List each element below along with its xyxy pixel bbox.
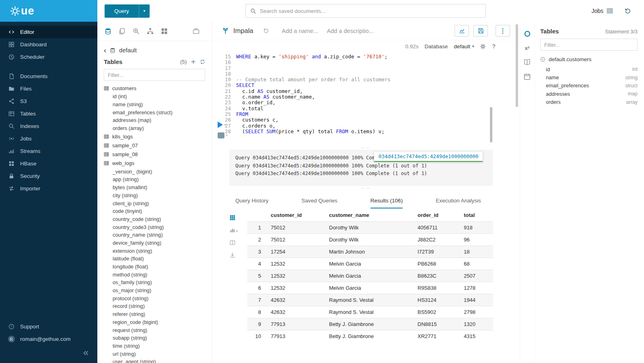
tree-column[interactable]: name (string): [104, 101, 212, 109]
tree-column[interactable]: method (string): [104, 270, 212, 278]
assist-filter-input[interactable]: [104, 69, 205, 81]
sitemap-icon[interactable]: [147, 28, 154, 35]
download-icon[interactable]: [230, 252, 242, 258]
tree-column[interactable]: client_ip (string): [104, 199, 212, 207]
tree-column[interactable]: country_name (string): [104, 231, 212, 239]
save-button[interactable]: [473, 25, 488, 37]
tree-column[interactable]: addresses (map): [104, 116, 212, 124]
back-icon[interactable]: ‹: [104, 46, 106, 54]
tree-column[interactable]: os_major (string): [104, 287, 212, 295]
table-row[interactable]: 612532Melvin GarciaR9S8381278: [247, 282, 493, 294]
hue-logo[interactable]: ue: [10, 6, 35, 16]
resize-handle[interactable]: [212, 146, 520, 150]
tree-column[interactable]: city (string): [104, 192, 212, 200]
collapse-sidebar-button[interactable]: «: [0, 345, 97, 357]
search-plus-icon[interactable]: [133, 28, 140, 35]
refresh-icon[interactable]: [200, 59, 205, 64]
nav-item-tables[interactable]: Tables: [0, 107, 97, 120]
tree-column[interactable]: longitude (float): [104, 263, 212, 271]
tree-column[interactable]: os_family (string): [104, 278, 212, 287]
tree-column[interactable]: protocol (string): [104, 294, 212, 302]
editor-scrollbar[interactable]: [490, 107, 492, 142]
chart-button[interactable]: [455, 25, 469, 37]
table-row[interactable]: 512532Melvin GarciaB8623C2507: [247, 270, 493, 282]
database-name[interactable]: default: [119, 47, 137, 54]
table-row[interactable]: 317254Martin JohnsonI72T3918: [247, 246, 493, 258]
snippet-dropdown-icon[interactable]: ▾: [226, 132, 228, 138]
tree-column[interactable]: _version_ (bigint): [104, 167, 212, 175]
tree-column[interactable]: country_code3 (string): [104, 223, 212, 231]
nav-item-documents[interactable]: Documents: [0, 70, 97, 82]
schedule-icon[interactable]: [524, 73, 531, 80]
table-row[interactable]: 175012Dorothy Wilk4056711918: [247, 222, 493, 234]
right-column-id[interactable]: idint: [546, 65, 638, 73]
table-row[interactable]: 412532Melvin GarciaPB626868: [247, 258, 493, 270]
jobs-link[interactable]: Jobs: [591, 8, 613, 14]
query-button[interactable]: Query: [105, 4, 139, 18]
nav-item-indexes[interactable]: Indexes: [0, 120, 97, 132]
tree-column[interactable]: app (string): [104, 175, 212, 184]
tree-table-customers[interactable]: customers: [104, 84, 212, 93]
right-filter-input[interactable]: [540, 39, 638, 51]
tab-execution-analysis[interactable]: Execution Analysis: [436, 198, 481, 208]
nav-item-dashboard[interactable]: Dashboard: [0, 38, 97, 51]
tree-column[interactable]: device_family (string): [104, 239, 212, 247]
tree-column[interactable]: url (string): [104, 350, 212, 358]
query-dropdown-button[interactable]: ▾: [139, 4, 150, 18]
table-row[interactable]: 977913Betty J. GiambroneDN88151320: [247, 318, 493, 330]
tree-column[interactable]: subapp (string): [104, 334, 212, 342]
code-editor[interactable]: 15WHERE a.key = 'shipping' and a.zip_cod…: [212, 52, 520, 146]
query-name-input[interactable]: [282, 28, 321, 34]
tree-column[interactable]: code (tinyint): [104, 207, 212, 215]
nav-item-streams[interactable]: Streams: [0, 145, 97, 157]
tree-table-k8s-logs[interactable]: k8s_logs: [104, 132, 212, 141]
settings-gear-icon[interactable]: [480, 43, 486, 50]
chart-view-icon[interactable]: [230, 227, 235, 233]
more-actions-button[interactable]: ⋮: [496, 25, 510, 37]
column-header-total[interactable]: total: [461, 208, 493, 222]
nav-item-hbase[interactable]: HBase: [0, 157, 97, 170]
tree-column[interactable]: email_preferences (struct): [104, 108, 212, 116]
active-table[interactable]: default.customers: [540, 56, 638, 62]
tree-column[interactable]: extension (string): [104, 247, 212, 255]
table-row[interactable]: 742632Raymond S. VestalHS31241944: [247, 294, 493, 306]
resize-handle-bottom[interactable]: [212, 186, 520, 190]
tree-table-sample-07[interactable]: sample_07: [104, 141, 212, 150]
tree-column[interactable]: latitude (float): [104, 255, 212, 263]
execute-dropdown-icon[interactable]: ▾: [224, 122, 226, 128]
table-row[interactable]: 1077913Betty J. GiambroneXR27714315: [247, 330, 493, 342]
sql-source-icon[interactable]: [105, 28, 111, 35]
functions-icon[interactable]: x²: [525, 45, 530, 51]
tree-column[interactable]: time (string): [104, 342, 212, 350]
query-description-input[interactable]: [327, 28, 382, 34]
documents-source-icon[interactable]: [119, 28, 126, 35]
collections-icon[interactable]: [193, 28, 200, 35]
search-input[interactable]: [260, 8, 481, 14]
nav-item-scheduler[interactable]: Scheduler: [0, 51, 97, 63]
history-icon[interactable]: [624, 8, 631, 14]
execute-button[interactable]: [218, 122, 223, 128]
tree-column[interactable]: request (string): [104, 326, 212, 334]
column-header-order-id[interactable]: order_id: [415, 208, 461, 222]
tree-table-sample-08[interactable]: sample_08: [104, 150, 212, 159]
right-column-email-preferences[interactable]: email_preferencesstruct: [546, 82, 638, 90]
column-header-customer-id[interactable]: customer_id: [268, 208, 327, 222]
apps-grid-icon[interactable]: [161, 28, 168, 35]
tree-column[interactable]: bytes (smallint): [104, 184, 212, 192]
grid-view-icon[interactable]: [230, 215, 242, 221]
snippet-type-icon[interactable]: [218, 132, 224, 138]
tab-results-106[interactable]: Results (106): [370, 198, 403, 208]
right-column-addresses[interactable]: addressesmap: [546, 90, 638, 98]
right-column-name[interactable]: namestring: [546, 73, 638, 81]
add-table-icon[interactable]: [191, 59, 196, 64]
query-history-icon[interactable]: [263, 28, 269, 34]
table-row[interactable]: 275012Dorothy WilkJ882C296: [247, 234, 493, 246]
chart-view-caret-icon[interactable]: ▾: [236, 229, 238, 233]
tree-column[interactable]: user_agent (string): [104, 358, 212, 363]
nav-item-editor[interactable]: Editor: [0, 26, 97, 38]
tree-column[interactable]: referer (string): [104, 310, 212, 318]
tree-column[interactable]: region_code (bigint): [104, 318, 212, 326]
tree-column[interactable]: orders (array): [104, 124, 212, 132]
query-id-highlight[interactable]: 034d413ec7474ed5:4249de1000000000: [374, 152, 483, 162]
language-reference-icon[interactable]: [524, 59, 531, 66]
